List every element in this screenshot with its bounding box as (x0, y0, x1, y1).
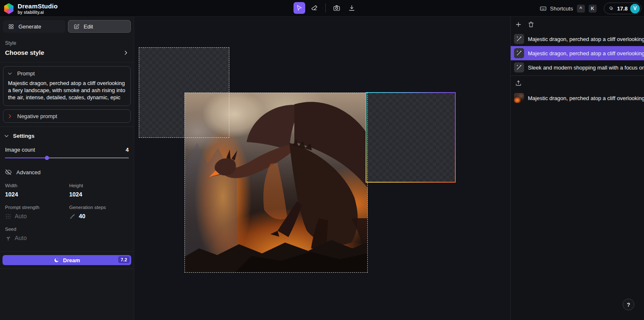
style-label: Style (5, 40, 129, 46)
image-count-label: Image count (5, 147, 35, 153)
history-item-2-selected[interactable]: Majestic dragon, perched atop a cliff ov… (511, 46, 644, 60)
keyboard-icon (540, 5, 547, 12)
prompt-strength-control[interactable]: Auto (5, 213, 69, 219)
generation-thumbnail (514, 34, 524, 44)
chevron-down-icon (4, 133, 9, 139)
prompt-header[interactable]: Prompt (6, 70, 127, 80)
delete-button[interactable] (527, 21, 535, 28)
crescent-moon-icon (54, 257, 60, 263)
stairs-icon (69, 213, 75, 219)
prompt-strength-label: Prompt strength (5, 205, 69, 210)
upload-icon (515, 80, 522, 87)
prompt-area: Prompt Majestic dragon, perched atop a c… (0, 62, 134, 127)
height-value[interactable]: 1024 (69, 191, 129, 198)
settings-header[interactable]: Settings (0, 129, 134, 143)
eraser-tool-button[interactable] (309, 2, 320, 14)
history-item-4[interactable]: Majestic dragon, perched atop a cliff ov… (511, 91, 644, 105)
advanced-toggle[interactable]: Advanced (0, 165, 134, 182)
tab-generate[interactable]: Generate (3, 20, 65, 33)
image-count-slider[interactable] (5, 155, 129, 160)
avatar[interactable]: V (630, 4, 640, 13)
generation-steps-label: Generation steps (69, 205, 129, 210)
credits-pill[interactable]: 17.8 V (604, 3, 641, 14)
select-icon (296, 4, 303, 12)
height-label: Height (69, 183, 129, 188)
image-count-row: Image count 4 (0, 143, 134, 153)
toolbar-divider (325, 3, 326, 13)
history-item-3[interactable]: Sleek and modern shopping mall with a fo… (511, 60, 644, 75)
app-title: DreamStudio (18, 3, 58, 10)
seed-param: Seed Auto (5, 227, 69, 241)
advanced-params: Width 1024 Height 1024 Prompt strength A… (0, 182, 134, 250)
download-icon (348, 4, 356, 12)
chevron-down-icon (7, 71, 13, 76)
negative-prompt-box[interactable]: Negative prompt (3, 109, 131, 123)
tab-generate-label: Generate (18, 23, 41, 30)
credits-amount: 17.8 (617, 5, 628, 12)
generation-thumbnail (514, 62, 524, 72)
history-actions (511, 17, 644, 32)
topbar-right: Shortcuts ^ K 17.8 V (540, 0, 641, 17)
mode-tabs: Generate Edit (0, 17, 134, 36)
shortcut-key-ctrl: ^ (577, 5, 585, 13)
settings-label: Settings (13, 133, 34, 139)
image-thumbnail (514, 93, 524, 103)
tab-edit[interactable]: Edit (68, 20, 131, 33)
style-value: Choose style (5, 49, 44, 56)
history-item-label: Majestic dragon, perched atop a cliff ov… (528, 36, 644, 42)
import-image-button[interactable] (514, 80, 522, 87)
seed-value: Auto (15, 235, 27, 241)
generation-steps-param: Generation steps 40 (69, 205, 129, 219)
width-label: Width (5, 183, 69, 188)
history-item-label: Majestic dragon, perched atop a cliff ov… (528, 95, 644, 101)
shortcuts-button[interactable]: Shortcuts (540, 5, 573, 12)
prompt-strength-value: Auto (15, 213, 27, 219)
app-byline: by stability.ai (18, 10, 58, 15)
trash-icon (527, 21, 535, 28)
magic-wand-icon (516, 36, 522, 42)
image-count-slider-fill (5, 157, 47, 159)
help-button[interactable]: ? (623, 299, 634, 310)
dream-section: Dream 7.2 (0, 252, 134, 269)
dream-button[interactable]: Dream 7.2 (3, 255, 131, 265)
upload-row (511, 76, 644, 91)
dreamstudio-app: DreamStudio by stability.ai Shortcuts (0, 0, 644, 320)
history-item-1[interactable]: Majestic dragon, perched atop a cliff ov… (511, 32, 644, 46)
prompt-box[interactable]: Prompt Majestic dragon, perched atop a c… (3, 66, 131, 106)
new-generation-button[interactable] (514, 21, 522, 28)
dots-grid-icon (5, 213, 11, 219)
grid-icon (8, 23, 14, 30)
chevron-right-icon (123, 50, 129, 56)
width-value[interactable]: 1024 (5, 191, 69, 198)
width-param: Width 1024 (5, 183, 69, 198)
image-selection-outline (184, 93, 368, 273)
generation-steps-value: 40 (79, 213, 86, 219)
editor-canvas[interactable] (134, 17, 510, 320)
image-count-slider-thumb[interactable] (45, 156, 49, 160)
canvas-toolbar (293, 2, 358, 14)
seed-control[interactable]: Auto (5, 235, 69, 241)
advanced-label: Advanced (16, 169, 41, 175)
select-tool-button[interactable] (293, 2, 305, 14)
prompt-label: Prompt (17, 70, 35, 77)
dreamstudio-logo-icon[interactable] (3, 3, 14, 14)
generation-panel: Generate Edit Style Choose style Prompt … (0, 17, 134, 320)
prompt-strength-param: Prompt strength Auto (5, 205, 69, 219)
seed-label: Seed (5, 227, 69, 232)
outpaint-selection-box[interactable] (366, 92, 456, 183)
shortcut-key-k: K (589, 5, 597, 13)
generation-thumbnail (514, 48, 524, 58)
sprout-icon (5, 235, 11, 241)
magic-wand-icon (516, 50, 522, 57)
generation-steps-control[interactable]: 40 (69, 213, 129, 219)
pencil-square-icon (73, 23, 80, 30)
history-item-label: Sleek and modern shopping mall with a fo… (528, 65, 644, 71)
prompt-input[interactable]: Majestic dragon, perched atop a cliff ov… (6, 80, 127, 101)
history-item-label: Majestic dragon, perched atop a cliff ov… (528, 50, 644, 57)
download-tool-button[interactable] (346, 2, 358, 14)
dream-cost-badge: 7.2 (118, 256, 130, 263)
choose-style-button[interactable]: Choose style (5, 49, 129, 56)
snapshot-tool-button[interactable] (331, 2, 343, 14)
history-list: Majestic dragon, perched atop a cliff ov… (511, 32, 644, 75)
dream-button-label: Dream (63, 257, 80, 263)
